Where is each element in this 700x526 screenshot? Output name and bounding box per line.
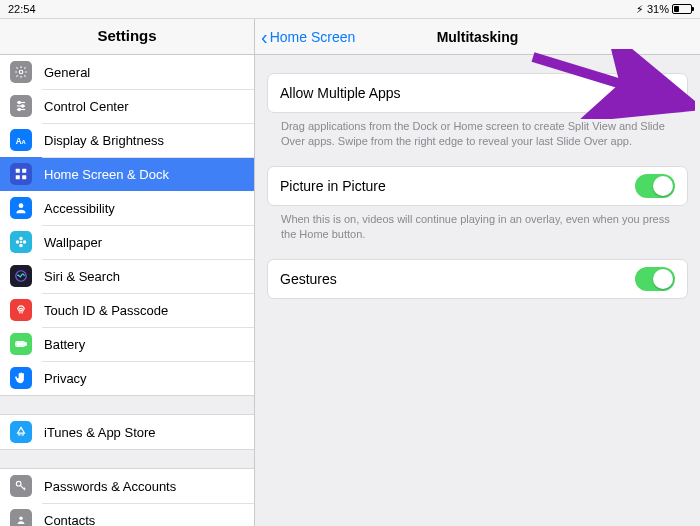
- setting-label: Allow Multiple Apps: [280, 85, 401, 101]
- svg-point-0: [19, 70, 23, 74]
- sidebar-item-accessibility[interactable]: Accessibility: [0, 191, 254, 225]
- toggle-switch[interactable]: [635, 267, 675, 291]
- svg-point-17: [16, 240, 20, 244]
- aa-icon: AA: [10, 129, 32, 151]
- svg-text:A: A: [16, 137, 22, 146]
- sidebar-item-battery[interactable]: Battery: [0, 327, 254, 361]
- sidebar-item-label: iTunes & App Store: [44, 425, 156, 440]
- sidebar-item-siri-search[interactable]: Siri & Search: [0, 259, 254, 293]
- sidebar-item-display-brightness[interactable]: AADisplay & Brightness: [0, 123, 254, 157]
- svg-point-5: [22, 105, 24, 107]
- sidebar-group: iTunes & App Store: [0, 414, 254, 450]
- svg-rect-22: [17, 343, 23, 345]
- svg-rect-12: [22, 175, 26, 179]
- flower-icon: [10, 231, 32, 253]
- contact-icon: [10, 509, 32, 526]
- setting-row-allow-multiple-apps: Allow Multiple Apps: [267, 73, 688, 113]
- sidebar-item-label: Control Center: [44, 99, 129, 114]
- back-button[interactable]: ‹ Home Screen: [255, 27, 361, 47]
- hand-icon: [10, 367, 32, 389]
- status-bar: 22:54 ⚡︎ 31%: [0, 0, 700, 18]
- sidebar-item-label: Siri & Search: [44, 269, 120, 284]
- sidebar-item-label: Passwords & Accounts: [44, 479, 176, 494]
- svg-text:A: A: [22, 139, 27, 145]
- sidebar-item-label: Privacy: [44, 371, 87, 386]
- svg-rect-10: [22, 169, 26, 173]
- sidebar-item-passwords-accounts[interactable]: Passwords & Accounts: [0, 469, 254, 503]
- sidebar-item-itunes-app-store[interactable]: iTunes & App Store: [0, 415, 254, 449]
- grid-icon: [10, 163, 32, 185]
- sidebar-item-label: Wallpaper: [44, 235, 102, 250]
- toggle-switch[interactable]: [635, 174, 675, 198]
- sidebar-item-label: Display & Brightness: [44, 133, 164, 148]
- sidebar-item-label: General: [44, 65, 90, 80]
- svg-point-13: [19, 203, 24, 208]
- person-icon: [10, 197, 32, 219]
- svg-point-16: [19, 244, 23, 248]
- setting-row-picture-in-picture: Picture in Picture: [267, 166, 688, 206]
- sidebar-item-wallpaper[interactable]: Wallpaper: [0, 225, 254, 259]
- settings-sidebar[interactable]: Settings GeneralControl CenterAADisplay …: [0, 19, 255, 526]
- svg-point-15: [19, 237, 23, 241]
- sidebar-item-label: Accessibility: [44, 201, 115, 216]
- battery-percent: 31%: [647, 3, 669, 15]
- appstore-icon: [10, 421, 32, 443]
- svg-point-4: [18, 101, 20, 103]
- svg-rect-21: [25, 343, 26, 345]
- svg-rect-11: [16, 175, 20, 179]
- svg-point-24: [19, 517, 23, 521]
- sidebar-group: Passwords & AccountsContacts1Calendar: [0, 468, 254, 526]
- detail-pane: ‹ Home Screen Multitasking Allow Multipl…: [255, 19, 700, 526]
- setting-label: Gestures: [280, 271, 337, 287]
- battery-icon: [10, 333, 32, 355]
- back-label: Home Screen: [270, 29, 356, 45]
- status-right: ⚡︎ 31%: [636, 3, 692, 16]
- svg-rect-9: [16, 169, 20, 173]
- svg-point-18: [23, 240, 27, 244]
- sidebar-item-label: Home Screen & Dock: [44, 167, 169, 182]
- siri-icon: [10, 265, 32, 287]
- setting-row-gestures: Gestures: [267, 259, 688, 299]
- sidebar-item-label: Battery: [44, 337, 85, 352]
- detail-header: ‹ Home Screen Multitasking: [255, 19, 700, 55]
- sidebar-item-contacts[interactable]: Contacts: [0, 503, 254, 526]
- setting-label: Picture in Picture: [280, 178, 386, 194]
- setting-hint: When this is on, videos will continue pl…: [267, 206, 688, 259]
- sidebar-item-control-center[interactable]: Control Center: [0, 89, 254, 123]
- sidebar-item-label: Touch ID & Passcode: [44, 303, 168, 318]
- sidebar-group: GeneralControl CenterAADisplay & Brightn…: [0, 55, 254, 396]
- setting-hint: Drag applications from the Dock or Home …: [267, 113, 688, 166]
- svg-point-14: [20, 241, 22, 243]
- key-icon: [10, 475, 32, 497]
- fingerprint-icon: [10, 299, 32, 321]
- status-time: 22:54: [8, 3, 36, 15]
- battery-icon: [672, 4, 692, 14]
- sidebar-item-touch-id-passcode[interactable]: Touch ID & Passcode: [0, 293, 254, 327]
- sidebar-item-home-screen-dock[interactable]: Home Screen & Dock: [0, 157, 254, 191]
- sidebar-item-label: Contacts: [44, 513, 95, 527]
- svg-point-23: [16, 481, 21, 486]
- charging-icon: ⚡︎: [636, 3, 644, 16]
- svg-point-6: [18, 108, 20, 110]
- toggle-switch[interactable]: [635, 81, 675, 105]
- sidebar-title: Settings: [0, 19, 254, 55]
- sidebar-item-general[interactable]: General: [0, 55, 254, 89]
- sidebar-item-privacy[interactable]: Privacy: [0, 361, 254, 395]
- chevron-left-icon: ‹: [261, 27, 268, 47]
- sliders-icon: [10, 95, 32, 117]
- gear-icon: [10, 61, 32, 83]
